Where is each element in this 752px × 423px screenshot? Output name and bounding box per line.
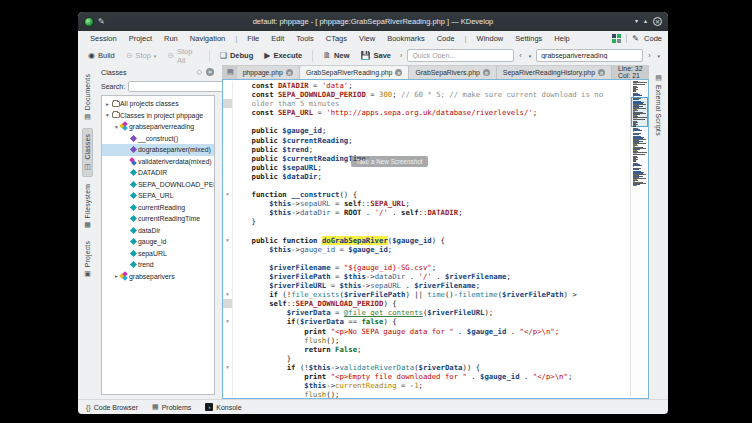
dock-tab-projects[interactable]: Projects▣ (83, 236, 92, 283)
code-line[interactable]: public $gauge_id; (223, 126, 630, 135)
menu-run[interactable]: Run (158, 34, 184, 43)
code-line[interactable]: $riverFilename = "${gauge_id}-SG.csv"; (223, 263, 630, 272)
area-switcher-icon[interactable] (612, 34, 621, 43)
code-line[interactable]: const DATADIR = 'data'; (223, 81, 630, 90)
tree-item-all-projects-classes[interactable]: ▸All projects classes (102, 98, 214, 110)
code-line[interactable]: flush(); (223, 336, 630, 345)
nav-back-dropdown-icon[interactable]: ▾ (527, 53, 534, 59)
code-view[interactable]: const DATADIR = 'data'; const SEPA_DOWNL… (222, 79, 649, 399)
menu-help[interactable]: Help (548, 34, 575, 43)
tree-item-datadir[interactable]: dataDir (102, 225, 214, 237)
statusbar-code-browser-button[interactable]: {}Code Browser (86, 404, 138, 411)
dock-tab-classes[interactable]: Classes◫ (82, 128, 93, 177)
code-line[interactable]: ▼ function __construct() { (223, 190, 630, 199)
tree-item-validateriverdata-mixed-[interactable]: validateriverdata(mixed) (102, 156, 214, 168)
code-line[interactable]: public $trend; (223, 145, 630, 154)
menu-navigation[interactable]: Navigation (184, 34, 231, 43)
menu-settings[interactable]: Settings (509, 34, 548, 43)
toolbar-overflow-button[interactable]: › (398, 52, 404, 59)
dock-tab-filesystem[interactable]: Filesystem▦ (83, 179, 92, 234)
tab-close-icon[interactable]: ✕ (286, 69, 293, 76)
code-line[interactable]: $this->gauge_id = $gauge_id; (223, 245, 630, 254)
minimap-scrollbar[interactable] (630, 81, 648, 397)
fold-marker-icon[interactable]: ▼ (223, 190, 233, 199)
code-line[interactable]: } (223, 217, 630, 226)
menu-session[interactable]: Session (84, 34, 123, 43)
code-line[interactable]: $this->dataDir = ROOT . '/' . self::DATA… (223, 208, 630, 217)
code-line[interactable]: const SEPA_DOWNLOAD_PERIOD = 300; // 60 … (223, 90, 630, 99)
code-line[interactable] (223, 117, 630, 126)
code-line[interactable]: older than 5 minutes (223, 99, 630, 108)
code-line[interactable]: print "<p>No SEPA gauge data for " . $ga… (223, 327, 630, 336)
code-line[interactable]: $this->currentReading = -1; (223, 381, 630, 390)
nav-forward-button[interactable]: › (646, 52, 652, 59)
menu-code[interactable]: Code (431, 34, 461, 43)
titlebar[interactable]: ✎ default: phppage - [ phppage:GrabSepaR… (78, 12, 668, 31)
tree-item-sepa_download_period[interactable]: SEPA_DOWNLOAD_PERIOD (102, 179, 214, 191)
tree-item-grabseparivers[interactable]: ▸grabseparivers (102, 271, 214, 283)
tree-item-currentreading[interactable]: currentReading (102, 202, 214, 214)
dock-tab-documents[interactable]: Documents▤ (83, 69, 92, 126)
execute-button[interactable]: ▶Execute (260, 49, 306, 62)
close-button[interactable]: ✕ (653, 17, 662, 26)
code-line[interactable]: $riverFileURL = $this->sepaURL . $riverF… (223, 281, 630, 290)
statusbar-problems-button[interactable]: ▦Problems (152, 403, 191, 411)
stop-all-button[interactable]: ⊖Stop All (163, 45, 203, 67)
tab-close-icon[interactable]: ✕ (483, 69, 490, 76)
quick-open-search-input[interactable] (536, 49, 643, 62)
menu-view[interactable]: View (353, 34, 381, 43)
minimize-button[interactable]: ▾ (635, 17, 638, 26)
code-line[interactable]: ▼ public function doGrabSepaRiver($gauge… (223, 236, 630, 245)
tree-item-trend[interactable]: trend (102, 259, 214, 271)
code-line[interactable]: } (223, 354, 630, 363)
float-panel-icon[interactable]: ◇ (197, 68, 202, 76)
code-area-button[interactable]: Code (644, 34, 662, 43)
code-line[interactable]: ▼ if (!file_exists($riverFilePath) || ti… (223, 290, 630, 299)
code-line[interactable]: ▼ if($riverData == false) { (223, 317, 630, 326)
code-line[interactable]: print "<p>Empty file downloaded for " . … (223, 372, 630, 381)
expander-icon[interactable]: ▾ (104, 112, 111, 118)
maximize-button[interactable]: ▴ (644, 17, 647, 26)
code-line[interactable]: return False; (223, 345, 630, 354)
stop-button[interactable]: ⊖Stop▾ (122, 49, 161, 62)
tree-item-classes-in-project-phppage[interactable]: ▾Classes in project phppage (102, 110, 214, 122)
new-button[interactable]: 🗎New (319, 49, 353, 62)
dock-tab-external-scripts[interactable]: ▤External Scripts (654, 69, 663, 141)
fold-marker-icon[interactable]: ▼ (223, 290, 233, 299)
code-line[interactable]: $this->sepaURL = self::SEPA_URL; (223, 199, 630, 208)
tree-item-datadir[interactable]: DATADIR (102, 167, 214, 179)
nav-forward-dropdown-icon[interactable]: ▾ (655, 53, 662, 59)
quick-open-input[interactable] (407, 49, 514, 62)
code-line[interactable] (223, 227, 630, 236)
tree-item-sepaurl[interactable]: sepaURL (102, 248, 214, 260)
build-button[interactable]: ◉Build (84, 49, 119, 62)
code-line[interactable]: $riverFilePath = $this->dataDir . '/' . … (223, 272, 630, 281)
class-search-input[interactable] (128, 81, 224, 92)
menu-tools[interactable]: Tools (290, 34, 320, 43)
code-line[interactable]: const SEPA_URL = 'http://apps.sepa.org.u… (223, 108, 630, 117)
menu-project[interactable]: Project (123, 34, 158, 43)
code-line[interactable]: self::SEPA_DOWNLOAD_PERIOD) { (223, 299, 630, 308)
tree-item-gauge_id[interactable]: gauge_id (102, 236, 214, 248)
tree-item-dograbsepariver-mixed-[interactable]: dograbsepariver(mixed) (102, 144, 214, 156)
tree-item-sepa_url[interactable]: SEPA_URL (102, 190, 214, 202)
code-line[interactable]: ▼ if (!$this->validateRiverData($riverDa… (223, 363, 630, 372)
menu-edit[interactable]: Edit (265, 34, 290, 43)
fold-marker-icon[interactable]: ▼ (223, 317, 233, 326)
editor-tab-phppage.php[interactable]: phppage.php✕ (237, 66, 300, 79)
debug-button[interactable]: ❏Debug (216, 49, 258, 62)
menu-ctags[interactable]: CTags (320, 34, 353, 43)
menu-file[interactable]: File (241, 34, 265, 43)
tree-item-__construct-[interactable]: __construct() (102, 133, 214, 145)
tab-close-icon[interactable]: ✕ (395, 69, 402, 76)
fold-marker-icon[interactable]: ▼ (223, 236, 233, 245)
close-panel-icon[interactable]: ✕ (206, 68, 214, 76)
code-line[interactable] (223, 254, 630, 263)
class-tree[interactable]: ▸All projects classes▾Classes in project… (101, 95, 215, 395)
menu-window[interactable]: Window (471, 34, 510, 43)
code-line[interactable]: flush(); (223, 390, 630, 399)
editor-tab-separiverreadinghistory.php[interactable]: SepaRiverReadingHistory.php✕ (497, 66, 612, 79)
save-button[interactable]: 💾Save (357, 49, 396, 62)
tree-item-grabsepariverreading[interactable]: ▾grabsepariverreading (102, 121, 214, 133)
editor-tab-grabseparivers.php[interactable]: GrabSepaRivers.php✕ (409, 66, 496, 79)
